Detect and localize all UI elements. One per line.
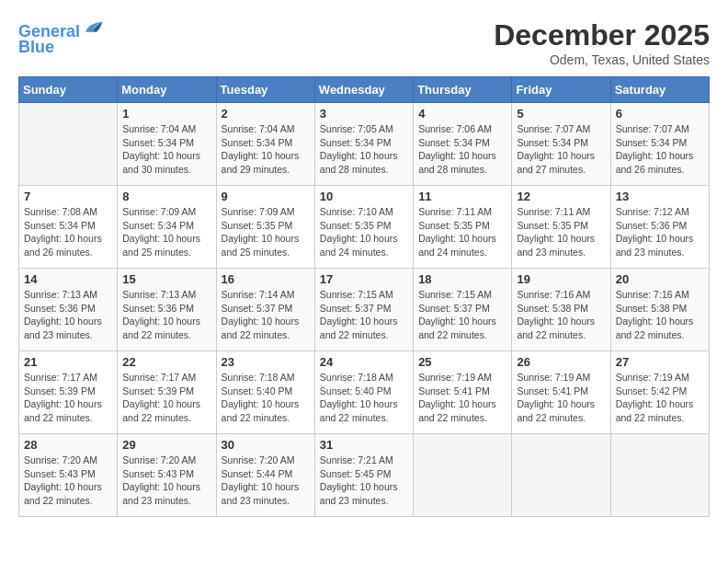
day-info: Sunrise: 7:17 AM Sunset: 5:39 PM Dayligh…	[24, 371, 112, 425]
day-info: Sunrise: 7:20 AM Sunset: 5:43 PM Dayligh…	[24, 454, 112, 508]
day-info: Sunrise: 7:10 AM Sunset: 5:35 PM Dayligh…	[320, 205, 408, 259]
day-cell: 18Sunrise: 7:15 AM Sunset: 5:37 PM Dayli…	[414, 269, 512, 351]
day-cell: 24Sunrise: 7:18 AM Sunset: 5:40 PM Dayli…	[314, 351, 413, 434]
day-number: 7	[24, 190, 112, 203]
day-number: 8	[122, 190, 210, 203]
day-cell: 5Sunrise: 7:07 AM Sunset: 5:34 PM Daylig…	[512, 103, 610, 186]
day-number: 10	[320, 190, 408, 203]
day-cell: 16Sunrise: 7:14 AM Sunset: 5:37 PM Dayli…	[216, 269, 314, 351]
day-number: 6	[616, 107, 704, 121]
day-cell: 31Sunrise: 7:21 AM Sunset: 5:45 PM Dayli…	[314, 434, 413, 517]
day-info: Sunrise: 7:07 AM Sunset: 5:34 PM Dayligh…	[616, 122, 704, 177]
day-number: 5	[517, 107, 605, 121]
day-info: Sunrise: 7:13 AM Sunset: 5:36 PM Dayligh…	[122, 288, 210, 342]
day-info: Sunrise: 7:19 AM Sunset: 5:41 PM Dayligh…	[517, 371, 605, 425]
day-cell: 17Sunrise: 7:15 AM Sunset: 5:37 PM Dayli…	[314, 269, 413, 351]
day-number: 3	[320, 107, 408, 121]
day-info: Sunrise: 7:16 AM Sunset: 5:38 PM Dayligh…	[616, 288, 704, 342]
day-number: 28	[24, 438, 112, 452]
day-number: 24	[320, 355, 408, 369]
day-info: Sunrise: 7:19 AM Sunset: 5:42 PM Dayligh…	[616, 371, 704, 425]
month-title: December 2025	[494, 18, 710, 52]
day-cell: 26Sunrise: 7:19 AM Sunset: 5:41 PM Dayli…	[512, 351, 610, 434]
day-cell	[512, 434, 610, 517]
day-number: 9	[222, 190, 310, 203]
day-number: 27	[616, 355, 704, 369]
logo: General Blue	[18, 18, 104, 57]
day-cell: 27Sunrise: 7:19 AM Sunset: 5:42 PM Dayli…	[610, 351, 709, 434]
day-number: 31	[320, 438, 408, 452]
week-row-5: 28Sunrise: 7:20 AM Sunset: 5:43 PM Dayli…	[19, 434, 710, 517]
day-info: Sunrise: 7:11 AM Sunset: 5:35 PM Dayligh…	[418, 205, 506, 259]
day-number: 14	[24, 272, 112, 286]
day-number: 25	[418, 355, 506, 369]
day-info: Sunrise: 7:06 AM Sunset: 5:34 PM Dayligh…	[418, 122, 506, 177]
day-info: Sunrise: 7:15 AM Sunset: 5:37 PM Dayligh…	[418, 288, 506, 342]
weekday-header-tuesday: Tuesday	[216, 77, 314, 103]
day-cell: 25Sunrise: 7:19 AM Sunset: 5:41 PM Dayli…	[414, 351, 512, 434]
day-info: Sunrise: 7:04 AM Sunset: 5:34 PM Dayligh…	[122, 122, 210, 177]
day-number: 30	[222, 438, 310, 452]
day-info: Sunrise: 7:11 AM Sunset: 5:35 PM Dayligh…	[517, 205, 605, 259]
day-number: 4	[418, 107, 506, 121]
day-number: 13	[616, 190, 704, 203]
weekday-header-thursday: Thursday	[414, 77, 512, 103]
week-row-3: 14Sunrise: 7:13 AM Sunset: 5:36 PM Dayli…	[19, 269, 710, 351]
week-row-4: 21Sunrise: 7:17 AM Sunset: 5:39 PM Dayli…	[19, 351, 710, 434]
day-cell: 8Sunrise: 7:09 AM Sunset: 5:34 PM Daylig…	[118, 186, 216, 269]
day-cell: 23Sunrise: 7:18 AM Sunset: 5:40 PM Dayli…	[216, 351, 314, 434]
day-info: Sunrise: 7:20 AM Sunset: 5:44 PM Dayligh…	[222, 454, 310, 508]
day-number: 22	[122, 355, 210, 369]
day-info: Sunrise: 7:18 AM Sunset: 5:40 PM Dayligh…	[320, 371, 408, 425]
day-cell: 1Sunrise: 7:04 AM Sunset: 5:34 PM Daylig…	[118, 103, 216, 186]
day-info: Sunrise: 7:09 AM Sunset: 5:35 PM Dayligh…	[222, 205, 310, 259]
weekday-header-wednesday: Wednesday	[314, 77, 413, 103]
day-number: 26	[517, 355, 605, 369]
day-number: 2	[222, 107, 310, 121]
day-info: Sunrise: 7:12 AM Sunset: 5:36 PM Dayligh…	[616, 205, 704, 259]
day-info: Sunrise: 7:14 AM Sunset: 5:37 PM Dayligh…	[222, 288, 310, 342]
day-cell: 21Sunrise: 7:17 AM Sunset: 5:39 PM Dayli…	[19, 351, 118, 434]
day-cell: 9Sunrise: 7:09 AM Sunset: 5:35 PM Daylig…	[216, 186, 314, 269]
day-cell: 20Sunrise: 7:16 AM Sunset: 5:38 PM Dayli…	[610, 269, 709, 351]
day-info: Sunrise: 7:04 AM Sunset: 5:34 PM Dayligh…	[222, 122, 310, 177]
day-cell: 2Sunrise: 7:04 AM Sunset: 5:34 PM Daylig…	[216, 103, 314, 186]
week-row-1: 1Sunrise: 7:04 AM Sunset: 5:34 PM Daylig…	[19, 103, 710, 186]
day-cell: 6Sunrise: 7:07 AM Sunset: 5:34 PM Daylig…	[610, 103, 709, 186]
day-number: 23	[222, 355, 310, 369]
day-info: Sunrise: 7:07 AM Sunset: 5:34 PM Dayligh…	[517, 122, 605, 177]
day-cell	[610, 434, 709, 517]
day-cell: 14Sunrise: 7:13 AM Sunset: 5:36 PM Dayli…	[19, 269, 118, 351]
day-info: Sunrise: 7:21 AM Sunset: 5:45 PM Dayligh…	[320, 454, 408, 508]
day-cell: 10Sunrise: 7:10 AM Sunset: 5:35 PM Dayli…	[314, 186, 413, 269]
weekday-header-monday: Monday	[118, 77, 216, 103]
day-number: 12	[517, 190, 605, 203]
location: Odem, Texas, United States	[494, 52, 710, 67]
day-info: Sunrise: 7:16 AM Sunset: 5:38 PM Dayligh…	[517, 288, 605, 342]
day-cell	[414, 434, 512, 517]
day-cell: 30Sunrise: 7:20 AM Sunset: 5:44 PM Dayli…	[216, 434, 314, 517]
calendar-table: SundayMondayTuesdayWednesdayThursdayFrid…	[18, 76, 710, 517]
page-header: General Blue December 2025 Odem, Texas, …	[18, 18, 710, 67]
day-cell: 29Sunrise: 7:20 AM Sunset: 5:43 PM Dayli…	[118, 434, 216, 517]
day-cell: 13Sunrise: 7:12 AM Sunset: 5:36 PM Dayli…	[610, 186, 709, 269]
weekday-header-sunday: Sunday	[19, 77, 118, 103]
day-cell: 22Sunrise: 7:17 AM Sunset: 5:39 PM Dayli…	[118, 351, 216, 434]
day-number: 17	[320, 272, 408, 286]
day-number: 1	[122, 107, 210, 121]
day-info: Sunrise: 7:08 AM Sunset: 5:34 PM Dayligh…	[24, 205, 112, 259]
day-info: Sunrise: 7:18 AM Sunset: 5:40 PM Dayligh…	[222, 371, 310, 425]
day-cell: 15Sunrise: 7:13 AM Sunset: 5:36 PM Dayli…	[118, 269, 216, 351]
day-cell: 28Sunrise: 7:20 AM Sunset: 5:43 PM Dayli…	[19, 434, 118, 517]
weekday-header-friday: Friday	[512, 77, 610, 103]
day-number: 18	[418, 272, 506, 286]
day-number: 11	[418, 190, 506, 203]
day-number: 29	[122, 438, 210, 452]
day-cell: 11Sunrise: 7:11 AM Sunset: 5:35 PM Dayli…	[414, 186, 512, 269]
week-row-2: 7Sunrise: 7:08 AM Sunset: 5:34 PM Daylig…	[19, 186, 710, 269]
weekday-header-row: SundayMondayTuesdayWednesdayThursdayFrid…	[19, 77, 710, 103]
day-cell: 4Sunrise: 7:06 AM Sunset: 5:34 PM Daylig…	[414, 103, 512, 186]
day-cell: 3Sunrise: 7:05 AM Sunset: 5:34 PM Daylig…	[314, 103, 413, 186]
day-number: 16	[222, 272, 310, 286]
day-number: 20	[616, 272, 704, 286]
